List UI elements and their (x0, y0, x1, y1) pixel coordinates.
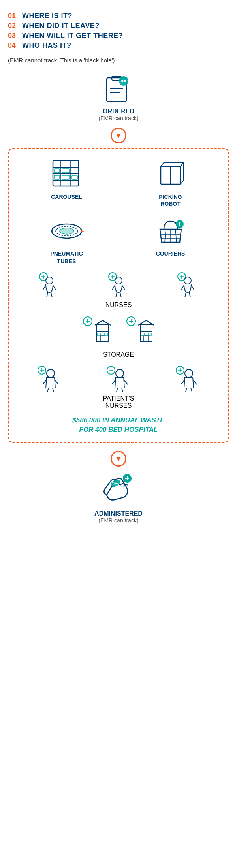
svg-line-96 (122, 388, 123, 392)
svg-line-54 (122, 285, 125, 290)
svg-line-37 (175, 229, 177, 242)
q-num-2: 02 (8, 22, 22, 30)
administered-label: ADMINISTERED (94, 510, 143, 517)
svg-rect-17 (62, 175, 70, 179)
svg-marker-32 (81, 230, 85, 232)
svg-line-56 (120, 292, 121, 297)
nurses-label: NURSES (17, 301, 220, 309)
svg-line-62 (191, 285, 194, 290)
svg-point-60 (184, 277, 191, 284)
patient-nurse-icon-1 (36, 366, 63, 392)
carousel-icon (49, 158, 85, 190)
patients-nurses-label: PATIENT'SNURSES (17, 395, 220, 409)
svg-line-63 (185, 292, 186, 297)
q-num-4: 04 (8, 41, 22, 50)
svg-line-95 (117, 388, 118, 392)
pneumatic-tubes-item: PNEUMATICTUBES (17, 215, 117, 264)
nurses-section: NURSES (17, 273, 220, 309)
svg-rect-8 (53, 160, 79, 186)
svg-line-45 (43, 285, 46, 290)
svg-line-61 (181, 285, 184, 290)
couriers-item: COURIERS (120, 215, 220, 264)
question-4: 04 WHO HAS IT? (8, 41, 229, 50)
svg-rect-15 (62, 169, 70, 173)
administered-icon (99, 471, 138, 507)
row-carousel-robot: CAROUSEL PICKINGROBOT (17, 158, 220, 207)
svg-line-53 (112, 285, 115, 290)
nurses-icons (17, 273, 220, 298)
storage-icon-2 (122, 316, 158, 348)
svg-line-103 (186, 388, 187, 392)
ordered-section: ORDERED (EMR can track) (8, 73, 229, 121)
waste-line2: FOR 400 BED HOSPITAL (79, 426, 158, 433)
svg-rect-18 (72, 175, 77, 179)
svg-line-88 (53, 388, 54, 392)
row-tubes-couriers: PNEUMATICTUBES COURIERS (17, 215, 220, 264)
svg-line-25 (181, 162, 184, 166)
svg-line-47 (47, 292, 48, 297)
patients-nurses-icons (17, 366, 220, 392)
question-2: 02 WHEN DID IT LEAVE? (8, 22, 229, 30)
blackhole-box: CAROUSEL PICKINGROBOT (8, 148, 229, 443)
administered-section: ADMINISTERED (EMR can track) (8, 471, 229, 523)
svg-rect-80 (148, 333, 151, 335)
arrow-circle-icon: ▼ (111, 128, 126, 143)
questions-section: 01 WHERE IS IT? 02 WHEN DID IT LEAVE? 03… (8, 12, 229, 50)
svg-point-100 (185, 369, 193, 377)
svg-line-64 (189, 292, 190, 297)
ordered-label: ORDERED (103, 108, 134, 115)
picking-robot-item: PICKINGROBOT (120, 158, 220, 207)
patients-nurses-section: PATIENT'SNURSES (17, 366, 220, 409)
picking-robot-icon (153, 158, 188, 190)
q-text-4: WHO HAS IT? (22, 41, 71, 50)
svg-rect-16 (54, 175, 60, 179)
svg-point-84 (47, 369, 55, 377)
storage-label: STORAGE (17, 351, 220, 358)
nurse-icon-1 (36, 273, 63, 298)
svg-line-87 (47, 388, 49, 392)
svg-line-35 (165, 229, 166, 242)
q-text-2: WHEN DID IT LEAVE? (22, 22, 100, 30)
ordered-icon (101, 73, 136, 105)
svg-line-104 (191, 388, 192, 392)
ordered-sub: (EMR can track) (98, 115, 138, 121)
svg-point-52 (115, 277, 122, 284)
svg-rect-71 (98, 333, 101, 335)
svg-marker-76 (140, 324, 152, 331)
arrow-circle-2-icon: ▼ (111, 451, 126, 467)
nurse-icon-2 (105, 273, 132, 298)
pneumatic-tubes-icon (49, 215, 85, 247)
patient-nurse-icon-2 (105, 366, 132, 392)
subtitle-text: (EMR cannot track. This is a 'black hole… (8, 57, 229, 64)
administered-sub: (EMR can track) (98, 517, 138, 523)
svg-rect-79 (141, 333, 144, 335)
storage-section: STORAGE (17, 316, 220, 358)
q-text-1: WHERE IS IT? (22, 12, 72, 20)
svg-rect-78 (144, 335, 149, 341)
pneumatic-tubes-label: PNEUMATICTUBES (50, 250, 83, 264)
question-1: 01 WHERE IS IT? (8, 12, 229, 20)
question-3: 03 WHEN WILL IT GET THERE? (8, 32, 229, 40)
svg-line-22 (161, 162, 164, 166)
couriers-icon (153, 215, 188, 247)
q-num-1: 01 (8, 12, 22, 20)
q-num-3: 03 (8, 32, 22, 40)
arrow-to-blackhole: ▼ (8, 128, 229, 143)
picking-robot-label: PICKINGROBOT (159, 193, 182, 207)
svg-line-46 (53, 285, 56, 290)
storage-icon-1 (79, 316, 115, 348)
waste-line1: $586,000 IN ANNUAL WASTE (72, 416, 164, 424)
waste-text: $586,000 IN ANNUAL WASTE FOR 400 BED HOS… (17, 416, 220, 435)
carousel-label: CAROUSEL (51, 193, 82, 200)
svg-line-55 (116, 292, 117, 297)
storage-icons (17, 316, 220, 348)
svg-point-92 (116, 369, 124, 377)
svg-line-48 (51, 292, 52, 297)
patient-nurse-icon-3 (174, 366, 201, 392)
svg-rect-14 (54, 169, 60, 173)
svg-rect-70 (100, 335, 105, 341)
arrow-to-administered: ▼ (8, 451, 229, 467)
nurse-icon-3 (174, 273, 201, 298)
carousel-item: CAROUSEL (17, 158, 117, 207)
svg-rect-72 (105, 333, 108, 335)
